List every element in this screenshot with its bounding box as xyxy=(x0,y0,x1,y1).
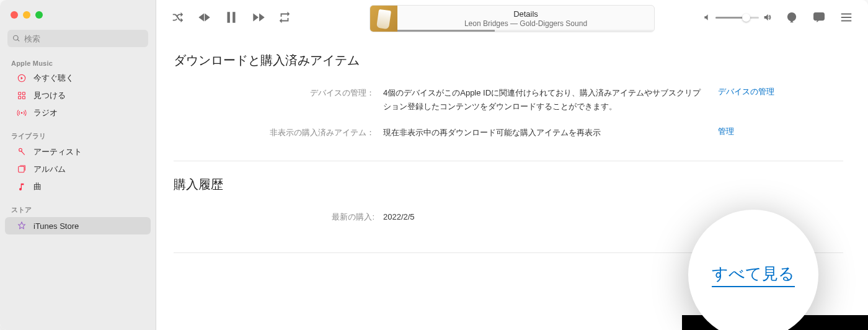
sidebar-item-label: 見つける xyxy=(33,90,66,101)
volume-high-icon xyxy=(763,12,773,22)
pause-button[interactable] xyxy=(222,8,241,27)
lyrics-button[interactable] xyxy=(811,9,827,25)
note-icon xyxy=(16,181,27,192)
sidebar-section-store: ストア xyxy=(0,202,156,217)
row-label: 非表示の購入済みアイテム： xyxy=(174,126,383,140)
sidebar-item-label: ラジオ xyxy=(33,107,58,118)
star-icon xyxy=(16,220,27,231)
next-button[interactable] xyxy=(249,8,268,27)
volume-control[interactable] xyxy=(703,12,773,22)
album-icon xyxy=(16,164,27,175)
grid-icon xyxy=(16,90,27,101)
maximize-button[interactable] xyxy=(35,11,43,19)
queue-button[interactable] xyxy=(838,9,854,25)
sidebar-item-label: 今すぐ聴く xyxy=(33,73,74,84)
sidebar-item-songs[interactable]: 曲 xyxy=(5,178,151,195)
sidebar-item-albums[interactable]: アルバム xyxy=(5,161,151,178)
sidebar-section-apple-music: Apple Music xyxy=(0,56,156,69)
divider xyxy=(174,161,843,161)
svg-rect-10 xyxy=(814,13,825,20)
playback-controls xyxy=(170,8,293,27)
svg-rect-4 xyxy=(22,96,25,99)
sidebar-item-itunes-store[interactable]: iTunes Store xyxy=(5,217,151,234)
section-title-downloads: ダウンロードと購入済みアイテム xyxy=(174,52,843,69)
svg-rect-3 xyxy=(19,96,21,99)
sidebar-item-radio[interactable]: ラジオ xyxy=(5,104,151,122)
row-value: 現在非表示中の再ダウンロード可能な購入アイテムを再表示 xyxy=(383,126,706,140)
now-playing-title: Details xyxy=(397,9,654,19)
section-title-history: 購入履歴 xyxy=(174,176,843,193)
close-button[interactable] xyxy=(11,11,18,19)
manage-devices-link[interactable]: デバイスの管理 xyxy=(718,86,774,97)
now-playing-text: Details Leon Bridges — Gold-Diggers Soun… xyxy=(397,9,654,28)
svg-point-5 xyxy=(21,112,23,114)
play-circle-icon xyxy=(16,73,27,84)
sidebar-item-label: 曲 xyxy=(33,181,42,192)
shuffle-button[interactable] xyxy=(170,9,186,25)
search-container xyxy=(0,30,156,56)
row-label: 最新の購入: xyxy=(174,210,383,224)
progress-fill xyxy=(397,30,495,32)
svg-point-9 xyxy=(790,15,794,19)
toolbar: Details Leon Bridges — Gold-Diggers Soun… xyxy=(156,0,868,35)
svg-rect-1 xyxy=(19,92,21,95)
sidebar-item-label: アルバム xyxy=(33,164,66,175)
row-value: 2022/2/5 xyxy=(383,210,706,224)
row-hidden-purchases: 非表示の購入済みアイテム： 現在非表示中の再ダウンロード可能な購入アイテムを再表… xyxy=(174,122,843,143)
mic-icon xyxy=(16,146,27,158)
svg-point-6 xyxy=(19,148,22,151)
see-all-link[interactable]: すべて見る xyxy=(712,263,795,287)
progress-bar[interactable] xyxy=(397,30,654,32)
volume-slider[interactable] xyxy=(715,17,759,19)
minimize-button[interactable] xyxy=(23,11,30,19)
broadcast-icon xyxy=(16,107,27,118)
toolbar-right xyxy=(703,9,854,25)
airplay-button[interactable] xyxy=(784,9,800,25)
svg-rect-2 xyxy=(22,92,25,95)
sidebar-item-browse[interactable]: 見つける xyxy=(5,87,151,104)
album-art xyxy=(370,5,397,32)
now-playing[interactable]: Details Leon Bridges — Gold-Diggers Soun… xyxy=(370,5,655,32)
volume-thumb[interactable] xyxy=(742,14,750,22)
callout-magnifier: すべて見る xyxy=(688,210,818,330)
search-icon xyxy=(12,34,20,43)
previous-button[interactable] xyxy=(195,8,213,27)
search-input[interactable] xyxy=(24,34,143,43)
svg-rect-7 xyxy=(19,166,24,172)
volume-fill xyxy=(715,17,745,19)
sidebar-item-listen-now[interactable]: 今すぐ聴く xyxy=(5,69,151,87)
repeat-button[interactable] xyxy=(277,9,293,25)
sidebar: Apple Music 今すぐ聴く 見つける ラジオ ライブラリ アー xyxy=(0,0,156,330)
search-field[interactable] xyxy=(7,30,148,47)
row-device-management: デバイスの管理： 4個のデバイスがこのApple IDに関連付けられており、購入… xyxy=(174,82,843,117)
sidebar-item-artists[interactable]: アーティスト xyxy=(5,143,151,161)
volume-low-icon xyxy=(703,13,712,22)
row-label: デバイスの管理： xyxy=(174,86,383,100)
sidebar-item-label: iTunes Store xyxy=(33,221,79,231)
sidebar-section-library: ライブラリ xyxy=(0,128,156,143)
sidebar-item-label: アーティスト xyxy=(33,146,82,158)
row-value: 4個のデバイスがこのApple IDに関連付けられており、購入済みアイテムやサブ… xyxy=(383,86,706,114)
window-controls xyxy=(0,7,156,30)
manage-hidden-link[interactable]: 管理 xyxy=(718,126,734,137)
now-playing-subtitle: Leon Bridges — Gold-Diggers Sound xyxy=(397,19,654,28)
